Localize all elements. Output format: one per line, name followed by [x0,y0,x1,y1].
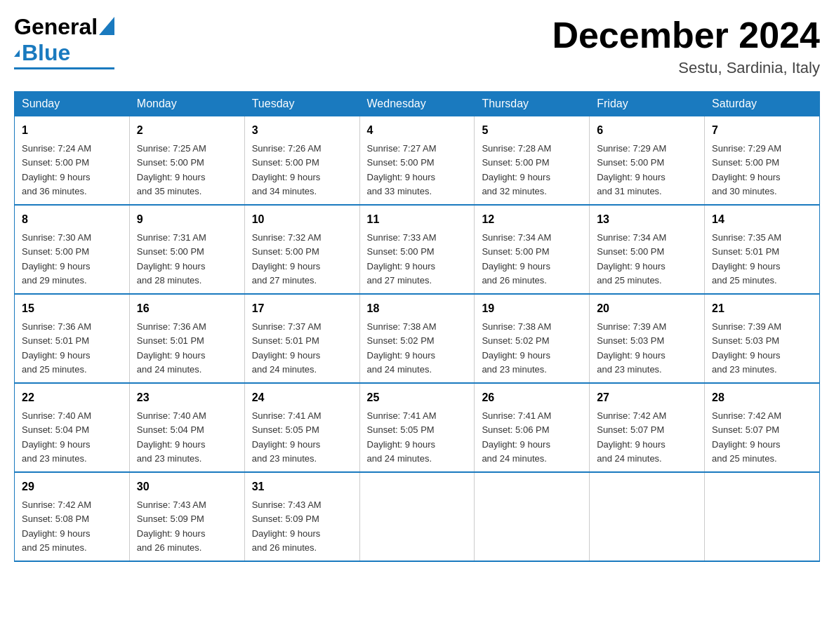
day-info: Sunrise: 7:29 AMSunset: 5:00 PMDaylight:… [712,143,781,196]
logo-underline [14,67,114,69]
calendar-cell: 26 Sunrise: 7:41 AMSunset: 5:06 PMDaylig… [475,383,590,472]
day-info: Sunrise: 7:24 AMSunset: 5:00 PMDaylight:… [22,143,91,196]
day-info: Sunrise: 7:25 AMSunset: 5:00 PMDaylight:… [137,143,206,196]
calendar-cell: 27 Sunrise: 7:42 AMSunset: 5:07 PMDaylig… [590,383,705,472]
calendar-cell: 8 Sunrise: 7:30 AMSunset: 5:00 PMDayligh… [15,205,130,294]
logo-small-triangle-icon [14,50,20,57]
day-info: Sunrise: 7:35 AMSunset: 5:01 PMDaylight:… [712,232,781,286]
day-info: Sunrise: 7:27 AMSunset: 5:00 PMDaylight:… [367,143,437,196]
day-number: 19 [482,300,582,317]
calendar-cell [475,472,590,561]
calendar-cell: 17 Sunrise: 7:37 AMSunset: 5:01 PMDaylig… [244,294,359,383]
week-row-2: 8 Sunrise: 7:30 AMSunset: 5:00 PMDayligh… [15,205,820,294]
calendar-cell: 10 Sunrise: 7:32 AMSunset: 5:00 PMDaylig… [244,205,359,294]
day-info: Sunrise: 7:41 AMSunset: 5:05 PMDaylight:… [252,410,322,464]
calendar-cell: 28 Sunrise: 7:42 AMSunset: 5:07 PMDaylig… [705,383,820,472]
day-number: 29 [22,478,122,495]
calendar-cell: 4 Sunrise: 7:27 AMSunset: 5:00 PMDayligh… [359,116,475,206]
header-thursday: Thursday [475,92,590,116]
day-number: 30 [137,478,237,495]
day-number: 7 [712,122,812,139]
day-info: Sunrise: 7:39 AMSunset: 5:03 PMDaylight:… [712,321,781,375]
calendar-cell [359,472,475,561]
header-wednesday: Wednesday [359,92,475,116]
calendar-cell: 9 Sunrise: 7:31 AMSunset: 5:00 PMDayligh… [129,205,244,294]
calendar-cell: 25 Sunrise: 7:41 AMSunset: 5:05 PMDaylig… [359,383,475,472]
calendar-cell: 29 Sunrise: 7:42 AMSunset: 5:08 PMDaylig… [15,472,130,561]
day-info: Sunrise: 7:37 AMSunset: 5:01 PMDaylight:… [252,321,322,375]
header-monday: Monday [129,92,244,116]
day-number: 10 [252,211,352,228]
day-info: Sunrise: 7:42 AMSunset: 5:07 PMDaylight:… [712,410,781,464]
day-number: 28 [712,389,812,406]
day-info: Sunrise: 7:40 AMSunset: 5:04 PMDaylight:… [137,410,206,464]
day-number: 31 [252,478,352,495]
day-number: 9 [137,211,237,228]
day-number: 17 [252,300,352,317]
calendar-cell: 18 Sunrise: 7:38 AMSunset: 5:02 PMDaylig… [359,294,475,383]
header-saturday: Saturday [705,92,820,116]
day-info: Sunrise: 7:33 AMSunset: 5:00 PMDaylight:… [367,232,437,286]
calendar-cell: 22 Sunrise: 7:40 AMSunset: 5:04 PMDaylig… [15,383,130,472]
day-number: 11 [367,211,468,228]
day-info: Sunrise: 7:38 AMSunset: 5:02 PMDaylight:… [482,321,551,375]
day-number: 6 [597,122,697,139]
day-info: Sunrise: 7:43 AMSunset: 5:09 PMDaylight:… [137,499,206,553]
logo-general: General [14,14,98,40]
location-text: Sestu, Sardinia, Italy [552,59,820,77]
header-tuesday: Tuesday [244,92,359,116]
day-number: 14 [712,211,812,228]
calendar-header-row: Sunday Monday Tuesday Wednesday Thursday… [15,92,820,116]
day-info: Sunrise: 7:36 AMSunset: 5:01 PMDaylight:… [22,321,91,375]
day-number: 2 [137,122,237,139]
day-info: Sunrise: 7:31 AMSunset: 5:00 PMDaylight:… [137,232,206,286]
day-info: Sunrise: 7:34 AMSunset: 5:00 PMDaylight:… [482,232,551,286]
logo-blue: Blue [22,40,70,66]
calendar-cell: 21 Sunrise: 7:39 AMSunset: 5:03 PMDaylig… [705,294,820,383]
day-number: 18 [367,300,468,317]
calendar-cell: 6 Sunrise: 7:29 AMSunset: 5:00 PMDayligh… [590,116,705,206]
day-number: 4 [367,122,468,139]
calendar-cell: 20 Sunrise: 7:39 AMSunset: 5:03 PMDaylig… [590,294,705,383]
day-number: 8 [22,211,122,228]
header-friday: Friday [590,92,705,116]
header-sunday: Sunday [15,92,130,116]
month-title: December 2024 [552,14,820,56]
calendar-cell: 30 Sunrise: 7:43 AMSunset: 5:09 PMDaylig… [129,472,244,561]
day-info: Sunrise: 7:34 AMSunset: 5:00 PMDaylight:… [597,232,666,286]
day-number: 15 [22,300,122,317]
day-number: 3 [252,122,352,139]
day-info: Sunrise: 7:42 AMSunset: 5:07 PMDaylight:… [597,410,666,464]
day-info: Sunrise: 7:42 AMSunset: 5:08 PMDaylight:… [22,499,91,553]
svg-marker-0 [99,17,114,35]
page-header: General Blue December 2024 Sestu, Sardin… [14,14,820,77]
day-number: 24 [252,389,352,406]
logo-triangle-icon [99,17,114,35]
calendar-table: Sunday Monday Tuesday Wednesday Thursday… [14,91,820,562]
calendar-cell: 3 Sunrise: 7:26 AMSunset: 5:00 PMDayligh… [244,116,359,206]
svg-marker-1 [14,50,20,57]
day-number: 21 [712,300,812,317]
calendar-cell: 19 Sunrise: 7:38 AMSunset: 5:02 PMDaylig… [475,294,590,383]
calendar-cell: 16 Sunrise: 7:36 AMSunset: 5:01 PMDaylig… [129,294,244,383]
calendar-cell: 24 Sunrise: 7:41 AMSunset: 5:05 PMDaylig… [244,383,359,472]
day-info: Sunrise: 7:29 AMSunset: 5:00 PMDaylight:… [597,143,666,196]
week-row-4: 22 Sunrise: 7:40 AMSunset: 5:04 PMDaylig… [15,383,820,472]
week-row-5: 29 Sunrise: 7:42 AMSunset: 5:08 PMDaylig… [15,472,820,561]
logo: General Blue [14,14,114,69]
day-number: 22 [22,389,122,406]
calendar-cell: 11 Sunrise: 7:33 AMSunset: 5:00 PMDaylig… [359,205,475,294]
day-number: 26 [482,389,582,406]
calendar-cell: 15 Sunrise: 7:36 AMSunset: 5:01 PMDaylig… [15,294,130,383]
day-number: 1 [22,122,122,139]
calendar-cell: 2 Sunrise: 7:25 AMSunset: 5:00 PMDayligh… [129,116,244,206]
day-number: 12 [482,211,582,228]
calendar-cell: 12 Sunrise: 7:34 AMSunset: 5:00 PMDaylig… [475,205,590,294]
calendar-cell: 23 Sunrise: 7:40 AMSunset: 5:04 PMDaylig… [129,383,244,472]
day-info: Sunrise: 7:36 AMSunset: 5:01 PMDaylight:… [137,321,206,375]
day-info: Sunrise: 7:41 AMSunset: 5:05 PMDaylight:… [367,410,437,464]
day-number: 16 [137,300,237,317]
day-number: 23 [137,389,237,406]
day-info: Sunrise: 7:43 AMSunset: 5:09 PMDaylight:… [252,499,322,553]
calendar-cell: 13 Sunrise: 7:34 AMSunset: 5:00 PMDaylig… [590,205,705,294]
